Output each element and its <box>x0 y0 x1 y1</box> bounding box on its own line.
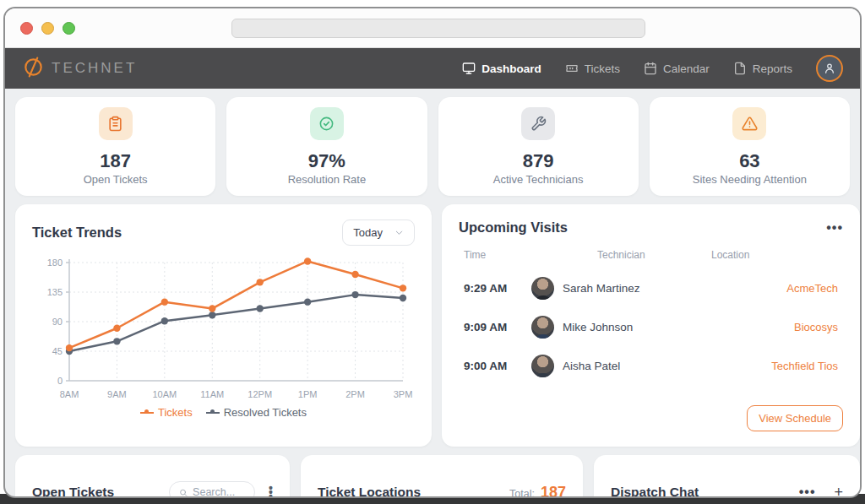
svg-text:8AM: 8AM <box>60 389 79 399</box>
stat-value: 879 <box>523 150 554 171</box>
technician-name: Sarah Martinez <box>563 282 640 295</box>
col-time: Time <box>464 249 531 261</box>
panel-title: Ticket Trends <box>32 225 122 241</box>
svg-text:135: 135 <box>47 287 63 297</box>
stat-card-sites-attention: 63 Sites Needing Attention <box>650 97 850 196</box>
stat-value: 187 <box>100 150 131 171</box>
stat-card-active-technicians: 879 Active Technicians <box>438 97 639 196</box>
nav-menu: Dashboard Tickets Calendar <box>462 55 843 82</box>
svg-text:45: 45 <box>52 346 63 356</box>
total-value: 187 <box>541 484 566 497</box>
legend-item-tickets: Tickets <box>140 406 193 419</box>
stat-label: Sites Needing Attention <box>693 173 807 186</box>
legend-marker <box>206 412 220 414</box>
check-circle-icon <box>310 107 344 140</box>
svg-text:11AM: 11AM <box>200 389 224 399</box>
col-technician: Technician <box>531 249 711 261</box>
upcoming-visits-panel: Upcoming Visits ••• Time Technician Loca… <box>442 204 860 447</box>
stat-value: 97% <box>308 150 345 171</box>
nav-label: Calendar <box>663 62 710 75</box>
nav-label: Dashboard <box>481 62 541 75</box>
more-options-button[interactable]: ••• <box>826 224 843 232</box>
dispatch-chat-panel: Dispatch Chat ••• + <box>594 455 860 496</box>
nav-item-tickets[interactable]: Tickets <box>565 62 620 75</box>
visit-row: 9:09 AM Mike Johnson Biocosys <box>459 316 843 339</box>
range-value: Today <box>353 226 383 239</box>
monitor-icon <box>462 62 476 75</box>
technician-name: Aisha Patel <box>563 360 620 372</box>
add-button[interactable]: + <box>834 486 843 496</box>
bottom-row: Open Tickets ••• Ticket Locations Total:… <box>15 455 850 496</box>
technet-logo-icon <box>22 56 45 82</box>
visit-time: 9:29 AM <box>464 282 531 295</box>
svg-text:180: 180 <box>47 257 63 268</box>
user-icon <box>823 62 836 75</box>
minimize-button[interactable] <box>41 22 54 35</box>
ticket-icon <box>565 62 579 75</box>
user-avatar-button[interactable] <box>816 55 843 82</box>
more-options-button[interactable]: ••• <box>799 488 816 496</box>
kebab-menu-button[interactable]: ••• <box>269 486 273 497</box>
svg-text:0: 0 <box>57 376 63 386</box>
panel-title: Ticket Locations <box>318 485 421 496</box>
technician-avatar <box>531 316 554 339</box>
stat-label: Open Tickets <box>84 173 148 186</box>
legend-marker <box>140 412 154 414</box>
app-navbar: TECHNET Dashboard Tickets <box>5 48 860 89</box>
report-icon <box>733 62 747 75</box>
search-input[interactable] <box>193 486 245 496</box>
svg-text:9AM: 9AM <box>107 389 127 399</box>
total-label: Total: <box>509 488 535 497</box>
ticket-trends-chart: 045901351808AM9AM10AM11AM12PM1PM2PM3PM <box>32 252 415 404</box>
legend-item-resolved-tickets: Resolved Tickets <box>206 406 307 419</box>
warning-triangle-icon <box>732 107 766 140</box>
svg-text:90: 90 <box>52 317 63 327</box>
technician-name: Mike Johnson <box>563 321 633 333</box>
stat-card-resolution-rate: 97% Resolution Rate <box>226 97 427 196</box>
stat-card-open-tickets: 187 Open Tickets <box>15 97 215 196</box>
col-location: Location <box>711 249 838 261</box>
panel-title: Dispatch Chat <box>611 485 699 496</box>
search-icon <box>179 487 188 497</box>
view-schedule-button[interactable]: View Schedule <box>747 405 843 431</box>
nav-label: Tickets <box>585 62 620 75</box>
panel-title: Upcoming Visits <box>459 219 568 236</box>
mid-row: Ticket Trends Today 045901351808AM9AM10A… <box>15 204 850 447</box>
svg-text:2PM: 2PM <box>345 389 365 399</box>
visits-table: Time Technician Location 9:29 AM Sarah M… <box>459 249 843 431</box>
visit-location: Techfield Tios <box>711 360 838 372</box>
visits-header: Time Technician Location <box>459 249 843 261</box>
visit-row: 9:29 AM Sarah Martinez AcmeTech <box>459 277 843 300</box>
nav-item-dashboard[interactable]: Dashboard <box>462 62 541 75</box>
technician-avatar <box>531 277 554 300</box>
visit-location: AcmeTech <box>711 282 838 295</box>
nav-label: Reports <box>753 62 792 75</box>
technician-avatar <box>531 355 554 377</box>
open-tickets-panel: Open Tickets ••• <box>15 455 290 496</box>
nav-item-reports[interactable]: Reports <box>733 62 792 75</box>
nav-item-calendar[interactable]: Calendar <box>644 62 710 75</box>
browser-chrome <box>5 8 860 48</box>
stat-label: Active Technicians <box>493 173 584 186</box>
visit-row: 9:00 AM Aisha Patel Techfield Tios <box>459 355 843 377</box>
brand-name: TECHNET <box>52 60 137 77</box>
brand: TECHNET <box>22 56 137 82</box>
dashboard-content: 187 Open Tickets 97% Resolution Rate <box>5 89 860 496</box>
address-bar[interactable] <box>231 19 645 38</box>
range-dropdown[interactable]: Today <box>342 219 415 246</box>
visit-time: 9:09 AM <box>464 321 531 333</box>
calendar-icon <box>644 62 657 75</box>
stats-row: 187 Open Tickets 97% Resolution Rate <box>15 97 850 196</box>
close-button[interactable] <box>20 22 33 35</box>
svg-text:10AM: 10AM <box>152 389 177 399</box>
screen: TECHNET Dashboard Tickets <box>0 0 865 504</box>
panel-title: Open Tickets <box>32 485 114 496</box>
zoom-button[interactable] <box>63 22 75 35</box>
browser-window: TECHNET Dashboard Tickets <box>3 7 862 498</box>
search-box <box>169 481 255 496</box>
svg-text:1PM: 1PM <box>298 389 318 399</box>
visit-location: Biocosys <box>711 321 838 333</box>
visit-time: 9:00 AM <box>464 360 531 372</box>
ticket-locations-panel: Ticket Locations Total: 187 <box>301 455 583 496</box>
chart-legend: Tickets Resolved Tickets <box>32 406 415 419</box>
